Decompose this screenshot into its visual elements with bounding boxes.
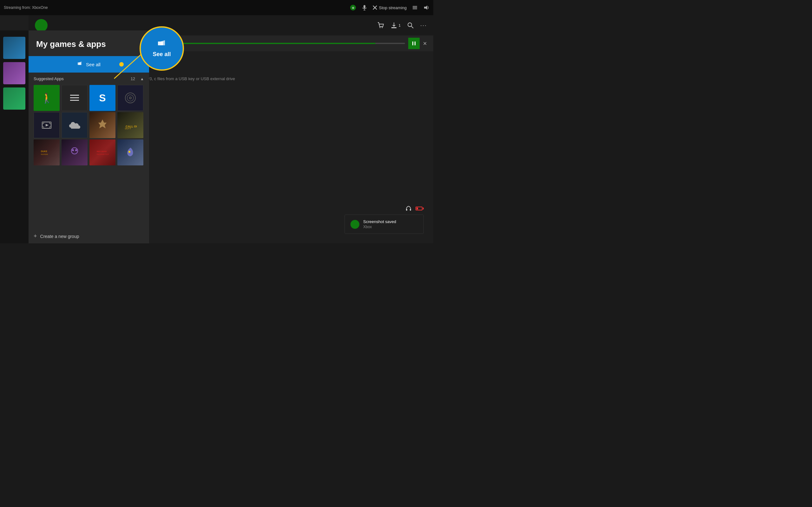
svg-text:REDEMPTION: REDEMPTION — [97, 153, 109, 155]
svg-rect-32 — [42, 127, 44, 128]
svg-line-15 — [411, 26, 413, 28]
svg-rect-8 — [413, 7, 417, 8]
notification-text: Screenshot saved Xbox — [363, 219, 418, 229]
spyro-art — [117, 139, 143, 165]
svg-rect-49 — [410, 209, 411, 211]
sidebar-thumb-1[interactable] — [3, 37, 26, 59]
svg-point-42 — [75, 149, 77, 151]
more-icon[interactable]: ··· — [420, 22, 427, 29]
app-tile-cloud[interactable] — [61, 112, 88, 138]
app-tile-rdr[interactable]: RED DEAD REDEMPTION — [90, 139, 115, 165]
notification-xbox-icon — [351, 220, 359, 229]
pause-button[interactable] — [408, 38, 420, 49]
svg-text:DUKE: DUKE — [41, 150, 47, 153]
svg-rect-33 — [49, 127, 51, 128]
xbox-logo-button[interactable] — [35, 19, 48, 32]
svg-text:NUKEM: NUKEM — [41, 153, 48, 155]
download-icon[interactable]: 1 — [391, 22, 401, 29]
stop-streaming-button[interactable]: Stop streaming — [373, 5, 407, 10]
app-tile-callofduty[interactable]: CALL OF DUTY — [117, 112, 143, 138]
rdr-art: RED DEAD REDEMPTION — [90, 139, 115, 165]
svg-rect-30 — [42, 122, 44, 124]
svg-text:DUTY: DUTY — [125, 127, 131, 130]
app-tile-2[interactable] — [61, 85, 88, 111]
see-all-bubble[interactable]: See all — [140, 26, 184, 71]
sidebar-thumb-2[interactable] — [3, 62, 26, 84]
svg-rect-9 — [413, 9, 417, 9]
microphone-icon[interactable] — [361, 4, 368, 11]
cart-icon[interactable] — [377, 22, 384, 29]
create-group-button[interactable]: + Create a new group — [29, 229, 149, 243]
notification-subtitle: Xbox — [363, 225, 418, 229]
notification-title: Screenshot saved — [363, 219, 418, 224]
suggested-section: Suggested Apps 12 ▲ 🚶 — [29, 72, 149, 229]
status-bar — [405, 205, 424, 212]
svg-point-45 — [129, 151, 131, 153]
svg-marker-34 — [46, 124, 49, 126]
music-disc-icon — [125, 92, 136, 104]
title-bar: Streaming from: XboxOne ⊕ Stop streaming — [0, 0, 433, 15]
svg-rect-23 — [70, 97, 79, 98]
apps-grid: 🚶 S — [34, 85, 144, 165]
svg-rect-22 — [70, 95, 79, 96]
topbar-icons: 1 ··· — [377, 22, 427, 29]
svg-point-13 — [382, 27, 383, 28]
svg-rect-7 — [413, 6, 417, 7]
svg-point-12 — [379, 27, 380, 28]
see-all-icon — [77, 61, 83, 68]
skype-s-label: S — [99, 92, 106, 104]
cod-art: CALL OF DUTY — [117, 112, 143, 138]
svg-text:⊕: ⊕ — [352, 6, 354, 9]
volume-icon[interactable] — [423, 4, 429, 11]
screenshot-notification: Screenshot saved Xbox — [345, 215, 424, 234]
svg-point-28 — [130, 97, 131, 99]
svg-rect-48 — [406, 209, 407, 211]
app-tile-4[interactable] — [117, 85, 143, 111]
download-badge: 1 — [399, 23, 401, 27]
sidebar-thumb-3[interactable] — [3, 88, 26, 110]
svg-marker-35 — [98, 119, 107, 128]
main-content: 1 ··· ✕ und — [0, 15, 433, 243]
svg-rect-16 — [412, 42, 413, 45]
fearsome-art — [61, 139, 88, 165]
svg-rect-2 — [363, 5, 365, 8]
stop-streaming-label: Stop streaming — [379, 5, 407, 10]
film-icon — [42, 121, 52, 130]
battery-icon — [415, 207, 424, 210]
app-tile-spyro[interactable] — [117, 139, 143, 165]
svg-rect-17 — [415, 42, 415, 45]
app-tile-1[interactable]: 🚶 — [34, 85, 60, 111]
svg-marker-10 — [424, 5, 427, 10]
cloud-icon — [68, 121, 81, 130]
svg-text:RED DEAD: RED DEAD — [97, 151, 107, 153]
headphones-icon — [405, 205, 412, 212]
svg-point-50 — [353, 222, 357, 227]
svg-point-41 — [72, 149, 74, 151]
app-tile-skype[interactable]: S — [90, 85, 115, 111]
lines-icon — [69, 94, 80, 102]
svg-point-11 — [38, 22, 45, 29]
plus-icon: + — [34, 233, 37, 239]
svg-rect-31 — [49, 122, 51, 124]
see-all-bubble-text: See all — [153, 51, 171, 58]
app-tile-assassins[interactable] — [90, 112, 115, 138]
see-all-bubble-icon — [157, 40, 166, 49]
streaming-title: Streaming from: XboxOne — [4, 5, 350, 10]
search-icon[interactable] — [407, 22, 414, 29]
title-bar-controls: ⊕ Stop streaming — [350, 4, 429, 11]
app-tile-film[interactable] — [34, 112, 60, 138]
suggested-title: Suggested Apps — [34, 76, 64, 81]
close-progress-button[interactable]: ✕ — [423, 41, 427, 47]
stick-figure-icon: 🚶 — [41, 93, 53, 104]
app-tile-duke[interactable]: DUKE NUKEM — [34, 139, 60, 165]
app-tile-fearsome[interactable] — [61, 139, 88, 165]
duke-art: DUKE NUKEM — [34, 139, 60, 165]
left-sidebar — [0, 31, 29, 243]
xbox-icon[interactable]: ⊕ — [350, 4, 356, 11]
create-group-label: Create a new group — [40, 234, 79, 239]
svg-point-14 — [408, 23, 412, 26]
assassin-art — [90, 112, 115, 138]
svg-rect-24 — [70, 100, 79, 101]
menu-icon[interactable] — [412, 4, 418, 11]
